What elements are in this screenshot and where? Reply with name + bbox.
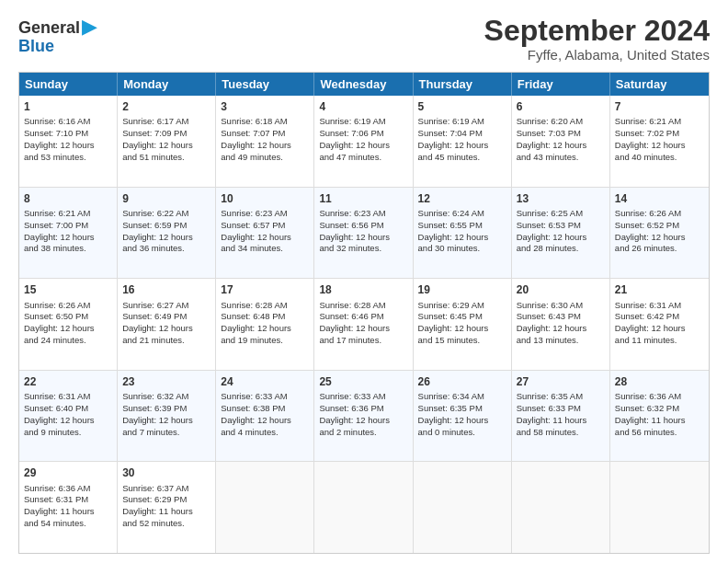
day-info-line: Daylight: 12 hours [319,323,407,335]
day-info-line: and 17 minutes. [319,335,407,347]
day-info-line: and 7 minutes. [122,427,210,439]
day-info-line: Sunrise: 6:27 AM [122,300,210,312]
header-wednesday: Wednesday [314,73,413,96]
day-info-line: Sunrise: 6:33 AM [221,391,309,403]
day-3: 3Sunrise: 6:18 AMSunset: 7:07 PMDaylight… [216,96,314,187]
day-info-line: Sunset: 6:56 PM [319,220,407,232]
day-info-line: and 40 minutes. [615,152,704,164]
calendar-header: Sunday Monday Tuesday Wednesday Thursday… [19,73,709,96]
day-info-line: Sunset: 6:48 PM [221,311,309,323]
day-info-line: Sunset: 6:43 PM [517,311,605,323]
day-number-5: 5 [418,99,506,114]
day-info-line: Sunrise: 6:23 AM [319,208,407,220]
day-info-line: Sunrise: 6:26 AM [615,208,704,220]
day-info-line: and 4 minutes. [221,427,309,439]
day-info-line: Daylight: 12 hours [221,140,309,152]
day-16: 16Sunrise: 6:27 AMSunset: 6:49 PMDayligh… [118,279,216,370]
day-number-24: 24 [221,374,309,389]
day-info-line: Sunset: 6:29 PM [122,494,210,506]
day-number-7: 7 [615,99,704,114]
day-info-line: and 21 minutes. [122,335,210,347]
empty-cell-4-5 [512,462,610,553]
day-info-line: and 11 minutes. [615,335,704,347]
header: General▶ Blue September 2024 Fyffe, Alab… [18,15,710,63]
day-9: 9Sunrise: 6:22 AMSunset: 6:59 PMDaylight… [118,188,216,279]
header-friday: Friday [512,73,610,96]
day-info-line: and 56 minutes. [615,427,704,439]
day-29: 29Sunrise: 6:36 AMSunset: 6:31 PMDayligh… [19,462,118,553]
day-info-line: Sunrise: 6:21 AM [615,116,704,128]
day-info-line: Sunset: 7:07 PM [221,128,309,140]
day-info-line: and 9 minutes. [24,427,112,439]
week-row-4: 22Sunrise: 6:31 AMSunset: 6:40 PMDayligh… [19,370,709,462]
day-info-line: Sunset: 7:06 PM [319,128,407,140]
day-info-line: Sunset: 7:10 PM [24,128,112,140]
header-monday: Monday [118,73,216,96]
empty-cell-4-4 [414,462,512,553]
day-info-line: Sunrise: 6:32 AM [122,391,210,403]
day-26: 26Sunrise: 6:34 AMSunset: 6:35 PMDayligh… [414,371,512,462]
day-info-line: Daylight: 12 hours [221,232,309,244]
header-saturday: Saturday [610,73,709,96]
day-info-line: Daylight: 12 hours [122,415,210,427]
day-2: 2Sunrise: 6:17 AMSunset: 7:09 PMDaylight… [118,96,216,187]
day-number-3: 3 [221,99,309,114]
week-row-1: 1Sunrise: 6:16 AMSunset: 7:10 PMDaylight… [19,96,709,187]
day-info-line: and 24 minutes. [24,335,112,347]
day-info-line: Sunrise: 6:30 AM [517,300,605,312]
day-30: 30Sunrise: 6:37 AMSunset: 6:29 PMDayligh… [118,462,216,553]
day-info-line: and 13 minutes. [517,335,605,347]
day-info-line: Sunrise: 6:19 AM [418,116,506,128]
day-number-4: 4 [319,99,407,114]
empty-cell-4-2 [216,462,314,553]
day-info-line: Daylight: 12 hours [319,140,407,152]
day-info-line: and 43 minutes. [517,152,605,164]
day-number-17: 17 [221,282,309,297]
day-info-line: Sunrise: 6:23 AM [221,208,309,220]
day-number-19: 19 [418,282,506,297]
day-number-6: 6 [517,99,605,114]
day-14: 14Sunrise: 6:26 AMSunset: 6:52 PMDayligh… [610,188,709,279]
day-info-line: Daylight: 12 hours [517,323,605,335]
day-info-line: Sunrise: 6:33 AM [319,391,407,403]
day-info-line: and 45 minutes. [418,152,506,164]
day-info-line: Sunset: 6:33 PM [517,403,605,415]
day-info-line: Sunset: 6:32 PM [615,403,704,415]
day-info-line: Sunrise: 6:25 AM [517,208,605,220]
day-info-line: and 36 minutes. [122,243,210,255]
day-info-line: and 28 minutes. [517,243,605,255]
day-info-line: Sunrise: 6:28 AM [319,300,407,312]
day-info-line: Sunrise: 6:34 AM [418,391,506,403]
day-info-line: Daylight: 12 hours [122,140,210,152]
day-23: 23Sunrise: 6:32 AMSunset: 6:39 PMDayligh… [118,371,216,462]
day-number-27: 27 [517,374,605,389]
day-info-line: and 26 minutes. [615,243,704,255]
day-info-line: and 32 minutes. [319,243,407,255]
day-info-line: Sunrise: 6:37 AM [122,483,210,495]
day-13: 13Sunrise: 6:25 AMSunset: 6:53 PMDayligh… [512,188,610,279]
day-info-line: Sunset: 6:49 PM [122,311,210,323]
day-info-line: Daylight: 11 hours [615,415,704,427]
day-25: 25Sunrise: 6:33 AMSunset: 6:36 PMDayligh… [314,371,413,462]
day-24: 24Sunrise: 6:33 AMSunset: 6:38 PMDayligh… [216,371,314,462]
day-22: 22Sunrise: 6:31 AMSunset: 6:40 PMDayligh… [19,371,118,462]
day-info-line: Daylight: 12 hours [418,415,506,427]
day-info-line: Daylight: 12 hours [319,415,407,427]
logo-blue: Blue [18,37,54,56]
day-27: 27Sunrise: 6:35 AMSunset: 6:33 PMDayligh… [512,371,610,462]
day-info-line: Daylight: 12 hours [24,140,112,152]
day-info-line: Sunrise: 6:18 AM [221,116,309,128]
logo-general: General [18,18,80,37]
day-18: 18Sunrise: 6:28 AMSunset: 6:46 PMDayligh… [314,279,413,370]
subtitle: Fyffe, Alabama, United States [484,47,710,63]
day-6: 6Sunrise: 6:20 AMSunset: 7:03 PMDaylight… [512,96,610,187]
day-info-line: Sunrise: 6:36 AM [615,391,704,403]
day-info-line: Sunset: 6:45 PM [418,311,506,323]
day-number-2: 2 [122,99,210,114]
day-info-line: Daylight: 11 hours [517,415,605,427]
page: General▶ Blue September 2024 Fyffe, Alab… [0,0,728,563]
day-10: 10Sunrise: 6:23 AMSunset: 6:57 PMDayligh… [216,188,314,279]
calendar: Sunday Monday Tuesday Wednesday Thursday… [18,72,710,554]
day-info-line: and 15 minutes. [418,335,506,347]
day-info-line: Sunset: 7:02 PM [615,128,704,140]
